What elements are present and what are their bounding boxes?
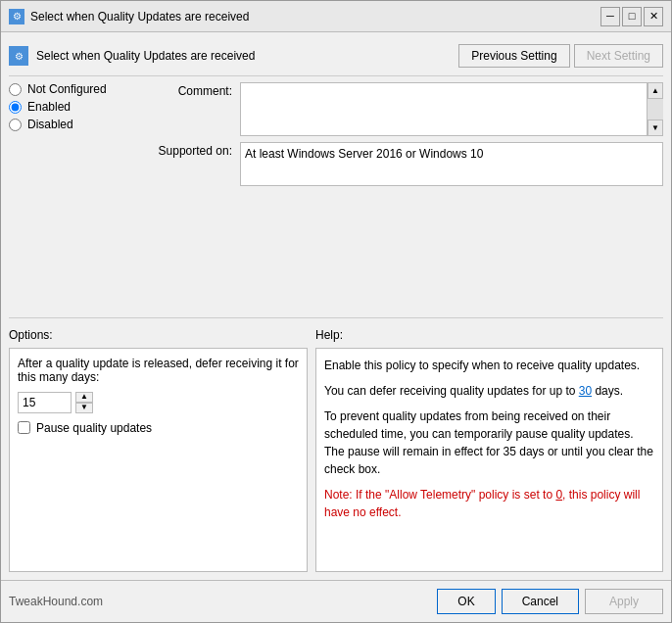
radio-disabled-label: Disabled xyxy=(27,118,73,131)
pause-checkbox[interactable] xyxy=(18,421,30,434)
supported-row: Supported on: At least Windows Server 20… xyxy=(144,142,663,186)
radio-not-configured-input[interactable] xyxy=(9,83,22,96)
header-icon: ⚙ xyxy=(9,46,28,66)
title-controls: ─ □ ✕ xyxy=(600,7,663,26)
pause-checkbox-item[interactable]: Pause quality updates xyxy=(18,421,299,435)
help-label-container: Help: xyxy=(315,328,663,342)
help-label: Help: xyxy=(315,328,343,342)
spinner-up-button[interactable]: ▲ xyxy=(75,392,93,403)
scroll-down-arrow[interactable]: ▼ xyxy=(648,120,663,136)
maximize-button[interactable]: □ xyxy=(622,7,642,26)
radio-enabled-input[interactable] xyxy=(9,101,22,114)
options-box: After a quality update is released, defe… xyxy=(9,348,308,573)
previous-setting-button[interactable]: Previous Setting xyxy=(458,44,569,68)
supported-link1: 2016 xyxy=(376,147,403,161)
cancel-button[interactable]: Cancel xyxy=(502,589,579,614)
header-title: Select when Quality Updates are received xyxy=(36,49,255,63)
title-bar-left: ⚙ Select when Quality Updates are receiv… xyxy=(9,9,249,24)
settings-area: Not Configured Enabled Disabled Comment: xyxy=(9,82,663,308)
next-setting-button[interactable]: Next Setting xyxy=(574,44,663,68)
brand-label: TweakHound.com xyxy=(9,595,103,608)
comment-container: ▲ ▼ xyxy=(240,82,663,136)
supported-link2: 10 xyxy=(470,147,483,161)
days-spinner-input[interactable]: 15 xyxy=(18,392,72,413)
ok-button[interactable]: OK xyxy=(437,589,495,614)
comment-label: Comment: xyxy=(144,82,232,98)
spinner-down-button[interactable]: ▼ xyxy=(75,403,93,413)
spinner-buttons: ▲ ▼ xyxy=(75,392,93,413)
panel-labels-row: Options: Help: xyxy=(9,328,663,342)
comment-textarea[interactable] xyxy=(240,82,663,136)
radio-enabled[interactable]: Enabled xyxy=(9,100,136,114)
section-divider xyxy=(9,317,663,318)
pause-label: Pause quality updates xyxy=(36,421,152,435)
bottom-panels: After a quality update is released, defe… xyxy=(9,348,663,573)
radio-not-configured-label: Not Configured xyxy=(27,82,107,96)
supported-label: Supported on: xyxy=(144,142,232,158)
help-p2: You can defer receiving quality updates … xyxy=(324,382,654,400)
header-buttons: Previous Setting Next Setting xyxy=(458,44,663,68)
left-config: Not Configured Enabled Disabled xyxy=(9,82,136,308)
help-box: Enable this policy to specify when to re… xyxy=(315,348,663,573)
footer: TweakHound.com OK Cancel Apply xyxy=(1,580,671,622)
comment-scrollbar[interactable]: ▲ ▼ xyxy=(647,82,663,136)
header-row: ⚙ Select when Quality Updates are receiv… xyxy=(9,40,663,76)
title-bar: ⚙ Select when Quality Updates are receiv… xyxy=(1,1,671,32)
radio-panel: Not Configured Enabled Disabled xyxy=(9,82,136,131)
help-p3: To prevent quality updates from being re… xyxy=(324,407,654,478)
window-title: Select when Quality Updates are received xyxy=(30,10,249,24)
help-p2-post: days. xyxy=(592,384,623,398)
main-content: ⚙ Select when Quality Updates are receiv… xyxy=(1,32,671,580)
options-description: After a quality update is released, defe… xyxy=(18,357,299,384)
supported-text-pre: At least Windows Server xyxy=(245,147,376,161)
radio-disabled[interactable]: Disabled xyxy=(9,118,136,131)
minimize-button[interactable]: ─ xyxy=(600,7,620,26)
radio-enabled-label: Enabled xyxy=(27,100,71,114)
footer-buttons: OK Cancel Apply xyxy=(437,589,663,614)
radio-not-configured[interactable]: Not Configured xyxy=(9,82,136,96)
apply-button[interactable]: Apply xyxy=(585,589,663,614)
header-left: ⚙ Select when Quality Updates are receiv… xyxy=(9,46,255,66)
supported-text-mid: or Windows xyxy=(403,147,470,161)
help-p2-pre: You can defer receiving quality updates … xyxy=(324,384,579,398)
supported-container: At least Windows Server 2016 or Windows … xyxy=(240,142,663,186)
options-panel: After a quality update is released, defe… xyxy=(9,348,308,573)
main-window: ⚙ Select when Quality Updates are receiv… xyxy=(0,0,672,623)
scroll-up-arrow[interactable]: ▲ xyxy=(648,82,663,99)
options-label-container: Options: xyxy=(9,328,308,342)
help-p2-link: 30 xyxy=(579,384,592,398)
supported-box: At least Windows Server 2016 or Windows … xyxy=(240,142,663,186)
help-p4: Note: If the "Allow Telemetry" policy is… xyxy=(324,486,654,521)
comment-row: Comment: ▲ ▼ xyxy=(144,82,663,136)
window-icon: ⚙ xyxy=(9,9,24,24)
help-p4-pre: Note: If the "Allow Telemetry" policy is… xyxy=(324,488,555,502)
help-panel: Enable this policy to specify when to re… xyxy=(315,348,663,573)
radio-disabled-input[interactable] xyxy=(9,119,22,131)
help-p1: Enable this policy to specify when to re… xyxy=(324,357,654,374)
options-label: Options: xyxy=(9,328,53,342)
close-button[interactable]: ✕ xyxy=(644,7,663,26)
spinner-container: 15 ▲ ▼ xyxy=(18,392,299,413)
right-config: Comment: ▲ ▼ Supported on: At xyxy=(144,82,663,308)
scroll-thumb xyxy=(648,99,663,120)
